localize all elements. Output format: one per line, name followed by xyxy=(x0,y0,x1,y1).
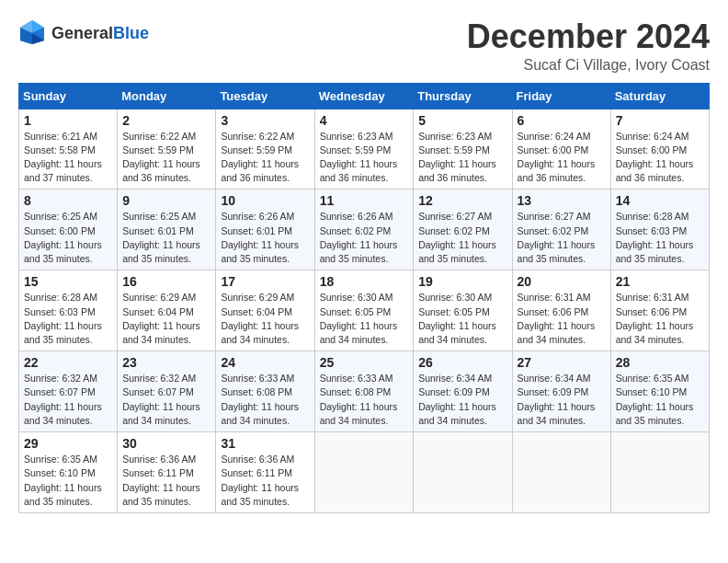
logo-icon xyxy=(18,18,46,50)
day-info: Sunrise: 6:23 AMSunset: 5:59 PMDaylight:… xyxy=(320,130,409,186)
calendar-header-row: SundayMondayTuesdayWednesdayThursdayFrid… xyxy=(19,83,710,109)
calendar-cell: 21Sunrise: 6:31 AMSunset: 6:06 PMDayligh… xyxy=(610,270,709,351)
calendar-day-header: Monday xyxy=(118,83,216,109)
day-info: Sunrise: 6:36 AMSunset: 6:11 PMDaylight:… xyxy=(122,453,210,509)
day-number: 26 xyxy=(418,355,506,370)
logo-blue: Blue xyxy=(113,24,149,42)
day-info: Sunrise: 6:27 AMSunset: 6:02 PMDaylight:… xyxy=(518,210,606,266)
calendar-cell: 6Sunrise: 6:24 AMSunset: 6:00 PMDaylight… xyxy=(512,109,610,190)
calendar-cell: 15Sunrise: 6:28 AMSunset: 6:03 PMDayligh… xyxy=(19,270,118,351)
calendar-cell xyxy=(610,432,709,513)
day-info: Sunrise: 6:34 AMSunset: 6:09 PMDaylight:… xyxy=(518,372,606,428)
day-number: 9 xyxy=(122,193,210,208)
calendar-table: SundayMondayTuesdayWednesdayThursdayFrid… xyxy=(18,83,710,513)
day-number: 22 xyxy=(24,355,112,370)
calendar-cell: 27Sunrise: 6:34 AMSunset: 6:09 PMDayligh… xyxy=(512,351,610,432)
day-info: Sunrise: 6:31 AMSunset: 6:06 PMDaylight:… xyxy=(518,291,606,347)
calendar-cell: 12Sunrise: 6:27 AMSunset: 6:02 PMDayligh… xyxy=(414,190,512,270)
day-info: Sunrise: 6:34 AMSunset: 6:09 PMDaylight:… xyxy=(418,372,506,428)
day-info: Sunrise: 6:35 AMSunset: 6:10 PMDaylight:… xyxy=(616,372,704,428)
calendar-cell: 28Sunrise: 6:35 AMSunset: 6:10 PMDayligh… xyxy=(610,351,709,432)
calendar-week-row: 22Sunrise: 6:32 AMSunset: 6:07 PMDayligh… xyxy=(19,351,710,432)
day-info: Sunrise: 6:33 AMSunset: 6:08 PMDaylight:… xyxy=(221,372,309,428)
location-title: Sucaf Ci Village, Ivory Coast xyxy=(467,57,710,74)
day-info: Sunrise: 6:21 AMSunset: 5:58 PMDaylight:… xyxy=(24,130,112,186)
day-number: 7 xyxy=(616,113,704,128)
calendar-cell: 26Sunrise: 6:34 AMSunset: 6:09 PMDayligh… xyxy=(414,351,512,432)
calendar-week-row: 1Sunrise: 6:21 AMSunset: 5:58 PMDaylight… xyxy=(19,109,710,190)
day-info: Sunrise: 6:26 AMSunset: 6:02 PMDaylight:… xyxy=(320,210,409,266)
calendar-week-row: 15Sunrise: 6:28 AMSunset: 6:03 PMDayligh… xyxy=(19,270,710,351)
calendar-cell: 14Sunrise: 6:28 AMSunset: 6:03 PMDayligh… xyxy=(610,190,709,270)
day-info: Sunrise: 6:22 AMSunset: 5:59 PMDaylight:… xyxy=(221,130,309,186)
day-info: Sunrise: 6:33 AMSunset: 6:08 PMDaylight:… xyxy=(320,372,409,428)
day-info: Sunrise: 6:29 AMSunset: 6:04 PMDaylight:… xyxy=(122,291,210,347)
day-number: 1 xyxy=(24,113,112,128)
day-info: Sunrise: 6:28 AMSunset: 6:03 PMDaylight:… xyxy=(616,210,704,266)
calendar-day-header: Thursday xyxy=(414,83,512,109)
month-title: December 2024 xyxy=(467,18,710,55)
day-number: 15 xyxy=(24,274,112,289)
calendar-cell: 16Sunrise: 6:29 AMSunset: 6:04 PMDayligh… xyxy=(118,270,216,351)
day-info: Sunrise: 6:24 AMSunset: 6:00 PMDaylight:… xyxy=(616,130,704,186)
calendar-cell: 3Sunrise: 6:22 AMSunset: 5:59 PMDaylight… xyxy=(216,109,314,190)
day-number: 10 xyxy=(221,193,309,208)
day-number: 30 xyxy=(122,436,210,451)
day-number: 11 xyxy=(320,193,409,208)
calendar-cell: 23Sunrise: 6:32 AMSunset: 6:07 PMDayligh… xyxy=(118,351,216,432)
day-info: Sunrise: 6:25 AMSunset: 6:00 PMDaylight:… xyxy=(24,210,112,266)
calendar-cell: 31Sunrise: 6:36 AMSunset: 6:11 PMDayligh… xyxy=(216,432,314,513)
calendar-day-header: Sunday xyxy=(19,83,118,109)
calendar-day-header: Wednesday xyxy=(314,83,414,109)
calendar-day-header: Tuesday xyxy=(216,83,314,109)
day-number: 20 xyxy=(518,274,606,289)
day-number: 16 xyxy=(122,274,210,289)
calendar-cell: 24Sunrise: 6:33 AMSunset: 6:08 PMDayligh… xyxy=(216,351,314,432)
logo: GeneralBlue xyxy=(18,18,149,50)
calendar-day-header: Saturday xyxy=(610,83,709,109)
calendar-cell: 4Sunrise: 6:23 AMSunset: 5:59 PMDaylight… xyxy=(314,109,414,190)
day-number: 27 xyxy=(518,355,606,370)
calendar-cell: 9Sunrise: 6:25 AMSunset: 6:01 PMDaylight… xyxy=(118,190,216,270)
calendar-cell: 7Sunrise: 6:24 AMSunset: 6:00 PMDaylight… xyxy=(610,109,709,190)
logo-general: General xyxy=(51,24,113,42)
calendar-cell: 11Sunrise: 6:26 AMSunset: 6:02 PMDayligh… xyxy=(314,190,414,270)
day-number: 25 xyxy=(320,355,409,370)
day-number: 12 xyxy=(418,193,506,208)
day-number: 31 xyxy=(221,436,309,451)
day-info: Sunrise: 6:32 AMSunset: 6:07 PMDaylight:… xyxy=(122,372,210,428)
day-number: 24 xyxy=(221,355,309,370)
day-info: Sunrise: 6:25 AMSunset: 6:01 PMDaylight:… xyxy=(122,210,210,266)
calendar-cell: 5Sunrise: 6:23 AMSunset: 5:59 PMDaylight… xyxy=(414,109,512,190)
calendar-cell xyxy=(414,432,512,513)
calendar-cell: 19Sunrise: 6:30 AMSunset: 6:05 PMDayligh… xyxy=(414,270,512,351)
day-info: Sunrise: 6:23 AMSunset: 5:59 PMDaylight:… xyxy=(418,130,506,186)
day-number: 8 xyxy=(24,193,112,208)
day-number: 3 xyxy=(221,113,309,128)
day-info: Sunrise: 6:26 AMSunset: 6:01 PMDaylight:… xyxy=(221,210,309,266)
calendar-body: 1Sunrise: 6:21 AMSunset: 5:58 PMDaylight… xyxy=(19,109,710,512)
title-area: December 2024 Sucaf Ci Village, Ivory Co… xyxy=(467,18,710,74)
day-info: Sunrise: 6:30 AMSunset: 6:05 PMDaylight:… xyxy=(320,291,409,347)
day-number: 28 xyxy=(616,355,704,370)
calendar-cell xyxy=(314,432,414,513)
calendar-cell: 10Sunrise: 6:26 AMSunset: 6:01 PMDayligh… xyxy=(216,190,314,270)
day-number: 13 xyxy=(518,193,606,208)
calendar-cell: 13Sunrise: 6:27 AMSunset: 6:02 PMDayligh… xyxy=(512,190,610,270)
calendar-cell: 30Sunrise: 6:36 AMSunset: 6:11 PMDayligh… xyxy=(118,432,216,513)
calendar-cell: 29Sunrise: 6:35 AMSunset: 6:10 PMDayligh… xyxy=(19,432,118,513)
day-number: 19 xyxy=(418,274,506,289)
calendar-cell: 20Sunrise: 6:31 AMSunset: 6:06 PMDayligh… xyxy=(512,270,610,351)
calendar-cell: 25Sunrise: 6:33 AMSunset: 6:08 PMDayligh… xyxy=(314,351,414,432)
day-info: Sunrise: 6:30 AMSunset: 6:05 PMDaylight:… xyxy=(418,291,506,347)
header: GeneralBlue December 2024 Sucaf Ci Villa… xyxy=(18,18,710,74)
day-info: Sunrise: 6:31 AMSunset: 6:06 PMDaylight:… xyxy=(616,291,704,347)
calendar-cell: 2Sunrise: 6:22 AMSunset: 5:59 PMDaylight… xyxy=(118,109,216,190)
day-number: 21 xyxy=(616,274,704,289)
day-info: Sunrise: 6:29 AMSunset: 6:04 PMDaylight:… xyxy=(221,291,309,347)
day-number: 14 xyxy=(616,193,704,208)
day-number: 5 xyxy=(418,113,506,128)
calendar-week-row: 8Sunrise: 6:25 AMSunset: 6:00 PMDaylight… xyxy=(19,190,710,270)
day-info: Sunrise: 6:28 AMSunset: 6:03 PMDaylight:… xyxy=(24,291,112,347)
calendar-cell: 8Sunrise: 6:25 AMSunset: 6:00 PMDaylight… xyxy=(19,190,118,270)
